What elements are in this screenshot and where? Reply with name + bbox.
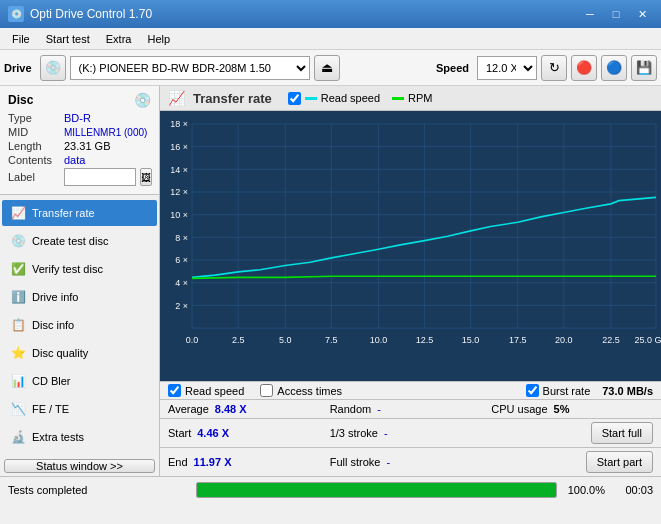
chart-area: 18 × 16 × 14 × 12 × 10 × 8 × 6 × bbox=[160, 111, 661, 381]
svg-text:2 ×: 2 × bbox=[175, 300, 188, 310]
stats-row-end: End 11.97 X Full stroke - Start part bbox=[160, 447, 661, 476]
read-speed-checkbox[interactable] bbox=[168, 384, 181, 397]
read-speed-legend-color bbox=[305, 97, 317, 100]
eject-button[interactable]: ⏏ bbox=[314, 55, 340, 81]
nav-verify-test-disc[interactable]: ✅ Verify test disc bbox=[2, 256, 157, 282]
extra-tests-icon: 🔬 bbox=[10, 429, 26, 445]
svg-text:8 ×: 8 × bbox=[175, 232, 188, 242]
start-value: 4.46 X bbox=[197, 427, 229, 439]
svg-text:20.0: 20.0 bbox=[555, 335, 573, 345]
svg-text:2.5: 2.5 bbox=[232, 335, 245, 345]
refresh-button[interactable]: ↻ bbox=[541, 55, 567, 81]
disc-panel: Disc 💿 Type BD-R MID MILLENMR1 (000) Len… bbox=[0, 86, 159, 195]
average-label: Average bbox=[168, 403, 209, 415]
burst-rate-value: 73.0 MB/s bbox=[602, 385, 653, 397]
random-value: - bbox=[377, 403, 381, 415]
maximize-button[interactable]: □ bbox=[605, 3, 627, 25]
content-area: 📈 Transfer rate Read speed RPM bbox=[160, 86, 661, 476]
access-times-checkbox[interactable] bbox=[260, 384, 273, 397]
nav-fe-te-label: FE / TE bbox=[32, 403, 69, 415]
sidebar: Disc 💿 Type BD-R MID MILLENMR1 (000) Len… bbox=[0, 86, 160, 476]
nav-extra-tests-label: Extra tests bbox=[32, 431, 84, 443]
legend-read-speed-checkbox[interactable] bbox=[288, 92, 301, 105]
menu-start-test[interactable]: Start test bbox=[38, 31, 98, 47]
info-button[interactable]: 🔵 bbox=[601, 55, 627, 81]
start-label: Start bbox=[168, 427, 191, 439]
status-window-button[interactable]: Status window >> bbox=[4, 459, 155, 473]
svg-text:10.0: 10.0 bbox=[370, 335, 388, 345]
nav-create-test-disc-label: Create test disc bbox=[32, 235, 108, 247]
drive-icon-button[interactable]: 💿 bbox=[40, 55, 66, 81]
menu-extra[interactable]: Extra bbox=[98, 31, 140, 47]
progress-percent: 100.0% bbox=[565, 484, 605, 496]
svg-text:5.0: 5.0 bbox=[279, 335, 292, 345]
svg-text:0.0: 0.0 bbox=[186, 335, 199, 345]
checkbox-row: Read speed Access times Burst rate 73.0 … bbox=[160, 381, 661, 399]
svg-text:16 ×: 16 × bbox=[170, 142, 188, 152]
drive-select[interactable]: (K:) PIONEER BD-RW BDR-208M 1.50 bbox=[70, 56, 310, 80]
burst-rate-checkbox[interactable] bbox=[526, 384, 539, 397]
mid-label: MID bbox=[8, 126, 60, 138]
chart-header: 📈 Transfer rate Read speed RPM bbox=[160, 86, 661, 111]
disc-info-icon: 📋 bbox=[10, 317, 26, 333]
type-value: BD-R bbox=[64, 112, 91, 124]
progress-container bbox=[196, 482, 557, 498]
close-button[interactable]: ✕ bbox=[631, 3, 653, 25]
app-title: Opti Drive Control 1.70 bbox=[30, 7, 152, 21]
app-icon: 💿 bbox=[8, 6, 24, 22]
save-button[interactable]: 💾 bbox=[631, 55, 657, 81]
transfer-rate-icon: 📈 bbox=[10, 205, 26, 221]
minimize-button[interactable]: ─ bbox=[579, 3, 601, 25]
menu-help[interactable]: Help bbox=[139, 31, 178, 47]
nav-disc-quality-label: Disc quality bbox=[32, 347, 88, 359]
nav-create-test-disc[interactable]: 💿 Create test disc bbox=[2, 228, 157, 254]
svg-text:22.5: 22.5 bbox=[602, 335, 620, 345]
label-browse-button[interactable]: 🖼 bbox=[140, 168, 152, 186]
nav-disc-info[interactable]: 📋 Disc info bbox=[2, 312, 157, 338]
verify-test-disc-icon: ✅ bbox=[10, 261, 26, 277]
elapsed-time: 00:03 bbox=[613, 484, 653, 496]
label-input[interactable] bbox=[64, 168, 136, 186]
start-part-button[interactable]: Start part bbox=[586, 451, 653, 473]
nav-fe-te[interactable]: 📉 FE / TE bbox=[2, 396, 157, 422]
svg-text:14 ×: 14 × bbox=[170, 164, 188, 174]
drive-info-icon: ℹ️ bbox=[10, 289, 26, 305]
nav-transfer-rate[interactable]: 📈 Transfer rate bbox=[2, 200, 157, 226]
disc-icon-button[interactable]: 💿 bbox=[134, 92, 151, 108]
nav-verify-test-disc-label: Verify test disc bbox=[32, 263, 103, 275]
start-full-button[interactable]: Start full bbox=[591, 422, 653, 444]
cd-bler-icon: 📊 bbox=[10, 373, 26, 389]
svg-text:7.5: 7.5 bbox=[325, 335, 338, 345]
full-stroke-label: Full stroke bbox=[330, 456, 381, 468]
end-label: End bbox=[168, 456, 188, 468]
svg-text:6 ×: 6 × bbox=[175, 255, 188, 265]
chart-legend: Read speed RPM bbox=[288, 92, 433, 105]
svg-text:25.0 GB: 25.0 GB bbox=[634, 335, 661, 345]
stats-row-average: Average 8.48 X Random - CPU usage 5% bbox=[160, 399, 661, 418]
svg-text:12 ×: 12 × bbox=[170, 187, 188, 197]
svg-text:17.5: 17.5 bbox=[509, 335, 527, 345]
speed-select[interactable]: 12.0 X bbox=[477, 56, 537, 80]
average-value: 8.48 X bbox=[215, 403, 247, 415]
random-label: Random bbox=[330, 403, 372, 415]
length-value: 23.31 GB bbox=[64, 140, 110, 152]
chart-svg: 18 × 16 × 14 × 12 × 10 × 8 × 6 × bbox=[160, 111, 661, 381]
nav-disc-quality[interactable]: ⭐ Disc quality bbox=[2, 340, 157, 366]
one-third-stroke-value: - bbox=[384, 427, 388, 439]
burst-rate-checkbox-label: Burst rate bbox=[543, 385, 591, 397]
record-button[interactable]: 🔴 bbox=[571, 55, 597, 81]
length-label: Length bbox=[8, 140, 60, 152]
chart-title: Transfer rate bbox=[193, 91, 272, 106]
nav-drive-info-label: Drive info bbox=[32, 291, 78, 303]
menu-file[interactable]: File bbox=[4, 31, 38, 47]
nav-disc-info-label: Disc info bbox=[32, 319, 74, 331]
menu-bar: File Start test Extra Help bbox=[0, 28, 661, 50]
nav-drive-info[interactable]: ℹ️ Drive info bbox=[2, 284, 157, 310]
full-stroke-value: - bbox=[386, 456, 390, 468]
one-third-stroke-label: 1/3 stroke bbox=[330, 427, 378, 439]
svg-text:18 ×: 18 × bbox=[170, 119, 188, 129]
nav-cd-bler[interactable]: 📊 CD Bler bbox=[2, 368, 157, 394]
nav-extra-tests[interactable]: 🔬 Extra tests bbox=[2, 424, 157, 450]
disc-section-label: Disc bbox=[8, 93, 33, 107]
access-times-checkbox-label: Access times bbox=[277, 385, 342, 397]
